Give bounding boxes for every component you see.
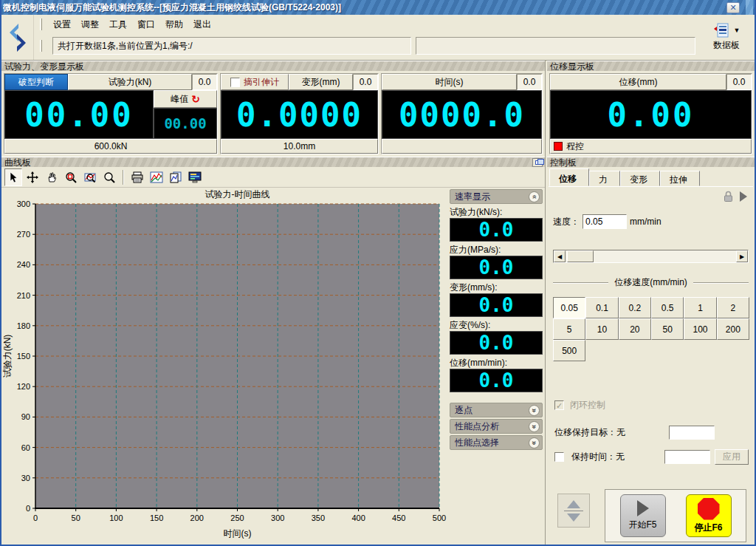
menu-item[interactable]: 工具 xyxy=(104,16,132,33)
speed-preset-button[interactable]: 20 xyxy=(619,318,651,340)
restore-panel-button[interactable] xyxy=(532,158,543,167)
rate-panel-title: 速率显示 xyxy=(455,191,490,203)
collapse-up-icon[interactable]: » xyxy=(529,191,540,202)
control-tab[interactable]: 拉伸 xyxy=(660,171,700,186)
expand-down-icon[interactable]: » xyxy=(529,421,540,432)
databoard-dropdown-icon[interactable]: ▼ xyxy=(734,27,740,34)
speed-group-title: 位移速度(mm/min) xyxy=(614,276,687,289)
speed-scrollbar[interactable]: ◀ ▶ xyxy=(553,250,749,263)
pan-tool-button[interactable] xyxy=(43,168,61,186)
zoom-curve-tool-button[interactable] xyxy=(81,168,99,186)
zoom-area-icon xyxy=(65,171,77,183)
control-tab[interactable]: 位移 xyxy=(549,168,589,186)
stop-button[interactable]: 停止F6 xyxy=(686,494,732,537)
rate-label: 应变(%/s): xyxy=(450,319,543,331)
speed-preset-button[interactable]: 2 xyxy=(717,297,749,318)
cursor-icon xyxy=(7,171,19,183)
speed-unit: mm/min xyxy=(630,216,662,227)
legend-line-right xyxy=(693,282,749,284)
break-detect-button[interactable]: 破型判断 xyxy=(4,74,68,90)
speed-preset-button[interactable]: 10 xyxy=(585,318,618,340)
speed-input[interactable] xyxy=(583,214,627,229)
deform-header-button[interactable]: 变形(mm) xyxy=(289,74,353,90)
expand-down-icon[interactable]: » xyxy=(529,437,540,448)
speed-preset-button[interactable]: 100 xyxy=(684,318,716,340)
zoom-area-tool-button[interactable] xyxy=(62,168,80,186)
deform-range-label: 10.0mm xyxy=(221,139,378,154)
speed-preset-button[interactable]: 0.2 xyxy=(619,297,651,318)
rate-item: 位移(mm/min):0.0 xyxy=(450,357,543,392)
speed-preset-button[interactable]: 0.1 xyxy=(585,297,618,318)
collapsed-panel-header[interactable]: 性能点分析» xyxy=(450,419,543,434)
close-button[interactable]: ✕ xyxy=(726,2,740,13)
extensometer-label: 摘引伸计 xyxy=(244,76,279,89)
force-time-chart[interactable]: 0306090120150180210240270300050100150200… xyxy=(1,188,447,545)
scroll-track[interactable] xyxy=(566,250,736,262)
hold-time-input[interactable] xyxy=(664,450,710,464)
start-button[interactable]: 开始F5 xyxy=(620,494,666,537)
speed-preset-button[interactable]: 5 xyxy=(553,318,585,340)
speed-preset-button[interactable]: 0.5 xyxy=(651,297,684,318)
menu-item[interactable]: 设置 xyxy=(48,16,76,33)
menu-item[interactable]: 退出 xyxy=(188,16,216,33)
menu-item[interactable]: 窗口 xyxy=(132,16,160,33)
collapsed-panel-header[interactable]: 逐点» xyxy=(450,403,543,417)
speed-preset-button[interactable]: 50 xyxy=(651,318,684,340)
rate-item: 试验力(kN/s):0.0 xyxy=(450,206,543,242)
rate-panel-header[interactable]: 速率显示 » xyxy=(450,189,543,204)
peak-reset-icon[interactable]: ↻ xyxy=(191,93,200,105)
select-tool-button[interactable] xyxy=(4,168,22,186)
move-tool-button[interactable] xyxy=(24,168,41,186)
jog-up-icon xyxy=(567,500,580,508)
speed-preset-button[interactable]: 500 xyxy=(553,340,585,361)
displacement-header-button[interactable]: 位移(mm) xyxy=(550,74,726,90)
control-tab[interactable]: 变形 xyxy=(620,171,660,186)
svg-text:270: 270 xyxy=(17,230,30,239)
rate-item: 变形(mm/s):0.0 xyxy=(450,281,543,317)
time-header-button[interactable]: 时间(s) xyxy=(382,74,517,90)
control-tab[interactable]: 力 xyxy=(589,171,620,186)
expand-down-icon[interactable]: » xyxy=(529,405,540,416)
speed-preset-button[interactable]: 1 xyxy=(684,297,716,318)
svg-text:90: 90 xyxy=(21,412,30,421)
peak-button[interactable]: 峰值 ↻ xyxy=(154,90,217,108)
rate-item: 应力(MPa/s):0.0 xyxy=(450,244,543,279)
force-header-button[interactable]: 试验力(kN) xyxy=(68,74,192,90)
menu-item[interactable]: 调整 xyxy=(76,16,104,33)
collapsed-panel-header[interactable]: 性能点选择» xyxy=(450,435,543,450)
svg-text:60: 60 xyxy=(21,443,30,452)
rate-value-display: 0.0 xyxy=(450,256,543,279)
scroll-thumb[interactable] xyxy=(567,250,594,262)
program-control-indicator: 程控 xyxy=(550,139,752,154)
scroll-right-button[interactable]: ▶ xyxy=(736,250,748,262)
rate-value-display: 0.0 xyxy=(450,331,543,355)
extensometer-checkbox[interactable] xyxy=(230,78,240,87)
menu-item[interactable]: 帮助 xyxy=(160,16,188,33)
curve-settings-button[interactable] xyxy=(148,168,165,186)
scroll-left-button[interactable]: ◀ xyxy=(554,250,566,262)
data-status-text: 共打开数据1条,当前位置为1,编号:/ xyxy=(52,37,411,55)
run-indicator-icon[interactable] xyxy=(740,191,747,202)
databoard-button[interactable]: ▼ 数据板 xyxy=(698,15,755,60)
jog-separator xyxy=(564,511,583,511)
lock-icon[interactable] xyxy=(723,191,734,202)
screen-view-button[interactable] xyxy=(186,168,204,186)
jog-down-icon xyxy=(567,513,580,522)
hold-time-checkbox[interactable] xyxy=(554,452,564,462)
jog-updown-button[interactable] xyxy=(557,494,590,528)
extensometer-toggle[interactable]: 摘引伸计 xyxy=(221,74,289,90)
speed-preset-button[interactable]: 200 xyxy=(717,318,749,340)
copy-curve-button[interactable] xyxy=(167,168,185,186)
menu-bar: 设置调整工具窗口帮助退出 xyxy=(34,15,698,34)
stop-sign-icon xyxy=(698,498,720,520)
svg-text:150: 150 xyxy=(150,513,163,522)
speed-preset-button[interactable]: 0.05 xyxy=(553,297,585,318)
zoom-tool-button[interactable] xyxy=(100,168,118,186)
print-curve-button[interactable] xyxy=(128,168,146,186)
closed-loop-checkbox[interactable]: ✓ xyxy=(554,400,564,410)
curve-panel-title-text: 曲线板 xyxy=(4,157,31,168)
curve-chart-icon xyxy=(150,171,163,183)
svg-text:400: 400 xyxy=(351,513,365,522)
hold-target-input[interactable] xyxy=(669,426,715,440)
apply-button[interactable]: 应用 xyxy=(715,449,749,465)
